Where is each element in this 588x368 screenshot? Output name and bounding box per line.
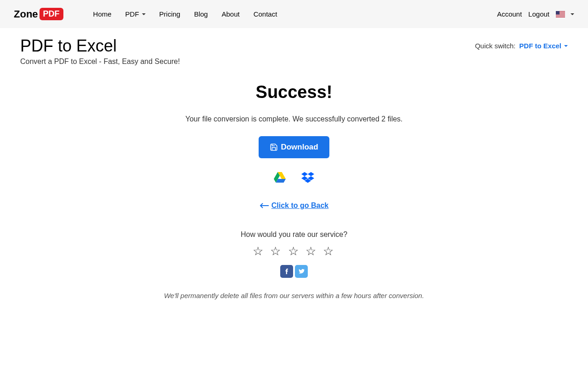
logo-badge: PDF [40, 8, 63, 20]
back-link-label: Click to go Back [271, 201, 328, 210]
download-button[interactable]: Download [259, 136, 329, 158]
svg-rect-5 [556, 15, 565, 16]
quick-switch-dropdown[interactable]: PDF to Excel [519, 42, 568, 50]
language-selector[interactable] [556, 11, 574, 17]
quick-switch: Quick switch: PDF to Excel [475, 42, 568, 50]
star-4[interactable]: ☆ [305, 244, 318, 258]
star-1[interactable]: ☆ [253, 244, 265, 258]
svg-rect-4 [556, 14, 565, 15]
facebook-share[interactable] [280, 265, 293, 278]
back-link[interactable]: Click to go Back [260, 201, 328, 210]
main-content: Success! Your file conversion is complet… [0, 66, 588, 299]
star-2[interactable]: ☆ [270, 244, 283, 258]
success-message: Your file conversion is complete. We suc… [0, 115, 588, 123]
account-link[interactable]: Account [497, 10, 522, 18]
download-label: Download [281, 143, 318, 152]
delete-notice: We'll permanently delete all files from … [0, 292, 588, 299]
success-heading: Success! [0, 82, 588, 102]
star-5[interactable]: ☆ [323, 244, 335, 258]
page-title: PDF to Excel [20, 36, 180, 56]
svg-rect-6 [556, 16, 565, 17]
nav-home[interactable]: Home [86, 0, 119, 28]
cloud-save-options [0, 172, 588, 185]
google-drive-icon[interactable] [274, 172, 286, 185]
nav-blog[interactable]: Blog [187, 0, 215, 28]
logout-link[interactable]: Logout [528, 10, 549, 18]
star-3[interactable]: ☆ [288, 244, 300, 258]
main-nav: Home PDF Pricing Blog About Contact [86, 0, 284, 28]
quick-switch-label: Quick switch: [475, 42, 515, 50]
nav-pricing[interactable]: Pricing [153, 0, 187, 28]
nav-pdf-dropdown[interactable]: PDF [119, 0, 153, 28]
logo[interactable]: Zone PDF [14, 8, 63, 20]
nav-about[interactable]: About [215, 0, 246, 28]
caret-down-icon [571, 13, 574, 15]
twitter-icon [298, 268, 305, 275]
nav-pdf-label: PDF [125, 0, 139, 28]
facebook-icon [283, 268, 290, 275]
social-share [0, 265, 588, 278]
save-icon [270, 143, 278, 151]
page-header: PDF to Excel Convert a PDF to Excel - Fa… [0, 28, 588, 66]
top-navbar: Zone PDF Home PDF Pricing Blog About Con… [0, 0, 588, 28]
rating-stars: ☆ ☆ ☆ ☆ ☆ [0, 244, 588, 259]
caret-down-icon [142, 13, 146, 15]
page-subtitle: Convert a PDF to Excel - Fast, Easy and … [20, 58, 180, 66]
logo-text: Zone [14, 8, 38, 20]
quick-switch-value: PDF to Excel [519, 42, 561, 50]
nav-contact[interactable]: Contact [247, 0, 284, 28]
dropbox-icon[interactable] [301, 172, 314, 185]
svg-rect-7 [556, 11, 560, 15]
header-right: Account Logout [497, 10, 574, 18]
twitter-share[interactable] [295, 265, 308, 278]
caret-down-icon [564, 45, 568, 47]
arrow-left-icon [260, 203, 269, 208]
rate-prompt: How would you rate our service? [0, 230, 588, 239]
flag-us-icon [556, 11, 565, 17]
